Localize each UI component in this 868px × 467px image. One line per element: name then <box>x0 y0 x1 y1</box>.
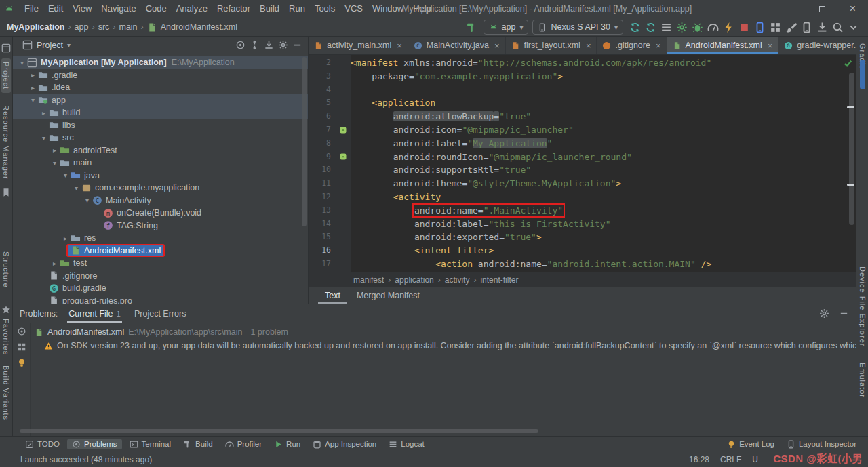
tree-item[interactable]: ▸res <box>13 232 308 245</box>
tree-item[interactable]: ▸test <box>13 257 308 270</box>
tree-item[interactable]: ▾CMainActivity <box>13 195 308 207</box>
code-line[interactable]: 4 <box>309 83 856 97</box>
line-number[interactable]: 2 <box>309 56 336 70</box>
xml-breadcrumb-item[interactable]: intent-filter <box>480 275 518 285</box>
tree-item[interactable]: ▾MyApplication [My Application]E:\MyAppl… <box>13 56 308 69</box>
quickfix-icon[interactable] <box>17 358 26 367</box>
tool-strip-structure[interactable]: Structure <box>2 251 10 288</box>
line-number[interactable]: 17 <box>309 258 336 271</box>
line-number[interactable]: 9 <box>309 150 336 164</box>
line-number[interactable]: 5 <box>309 96 336 110</box>
tree-item[interactable]: ▸.idea <box>13 81 308 94</box>
group-by-icon[interactable] <box>17 342 26 352</box>
tree-toggle-icon[interactable]: ▾ <box>60 171 71 179</box>
tool-window-button-terminal[interactable]: Terminal <box>125 439 176 449</box>
chevron-down-icon[interactable]: ▾ <box>67 41 71 49</box>
line-number[interactable]: 7 <box>309 123 336 137</box>
line-number[interactable]: 4 <box>309 83 336 97</box>
breadcrumb-item[interactable]: MyApplication <box>7 22 64 32</box>
code-line[interactable]: 6 android:allowBackup="true" <box>309 110 856 123</box>
favorites-star-icon[interactable] <box>1 305 11 314</box>
tree-item[interactable]: ▾main <box>13 157 308 169</box>
menu-build[interactable]: Build <box>255 0 284 18</box>
avd-manager-icon[interactable] <box>801 22 812 33</box>
breadcrumb-item[interactable]: src <box>98 22 110 32</box>
tool-strip-resource-manager[interactable]: Resource Manager <box>2 105 10 180</box>
profiler-sessions-icon[interactable] <box>660 22 672 33</box>
tree-item[interactable]: ▸.gradle <box>13 69 308 82</box>
tool-window-button-build[interactable]: Build <box>178 439 218 449</box>
inspections-ok-icon[interactable] <box>843 58 853 68</box>
line-number[interactable]: 13 <box>309 204 336 218</box>
editor-tab[interactable]: AndroidManifest.xml× <box>667 37 779 54</box>
tree-item[interactable]: .gitignore <box>13 270 308 283</box>
caret-position[interactable]: 16:28 <box>689 455 709 464</box>
code-line[interactable]: 2<manifest xmlns:android="http://schemas… <box>309 56 856 70</box>
tool-strip-build-variants[interactable]: Build Variants <box>2 365 10 420</box>
editor-scrollbar[interactable] <box>849 73 854 225</box>
code-line[interactable]: 8 android:label="My Application" <box>309 137 856 150</box>
close-tab-icon[interactable]: × <box>397 41 402 51</box>
scrollbar-thumb[interactable] <box>860 60 865 89</box>
breadcrumb-item[interactable]: app <box>75 22 89 32</box>
tree-item[interactable]: ▾java <box>13 169 308 182</box>
tree-toggle-icon[interactable]: ▸ <box>28 71 38 79</box>
line-number[interactable]: 3 <box>309 70 336 83</box>
tool-window-button-todo[interactable]: TODO <box>20 439 64 449</box>
menu-edit[interactable]: Edit <box>43 0 68 18</box>
menu-refactor[interactable]: Refactor <box>212 0 255 18</box>
code-line[interactable]: 15 android:exported="true"> <box>309 230 856 244</box>
maximize-button[interactable] <box>807 0 837 18</box>
problems-warning-row[interactable]: On SDK version 23 and up, your app data … <box>35 339 856 352</box>
tree-toggle-icon[interactable]: ▸ <box>50 146 60 154</box>
stop-icon[interactable] <box>738 22 750 33</box>
autoscroll-icon[interactable] <box>17 327 26 336</box>
tree-toggle-icon[interactable]: ▸ <box>39 109 49 117</box>
expand-all-icon[interactable] <box>250 40 260 50</box>
xml-breadcrumb-item[interactable]: activity <box>445 275 470 285</box>
problems-tab[interactable]: Project Errors <box>133 304 187 323</box>
menu-code[interactable]: Code <box>141 0 172 18</box>
minimize-button[interactable] <box>776 0 807 18</box>
menu-vcs[interactable]: VCS <box>340 0 368 18</box>
resource-manager-icon[interactable] <box>785 22 797 33</box>
tree-toggle-icon[interactable]: ▸ <box>28 84 38 92</box>
tree-toggle-icon[interactable]: ▾ <box>82 197 92 204</box>
tool-window-button-profiler[interactable]: Profiler <box>220 439 267 449</box>
sdk-manager-icon[interactable] <box>816 22 828 33</box>
tool-strip-emulator[interactable]: Emulator <box>859 363 867 398</box>
line-separator[interactable]: CRLF <box>720 455 741 464</box>
code-line[interactable]: 7 android:icon="@mipmap/ic_launcher" <box>309 123 856 137</box>
run-configuration-select[interactable]: app ▾ <box>484 20 529 35</box>
menu-run[interactable]: Run <box>284 0 310 18</box>
xml-breadcrumb-item[interactable]: application <box>395 275 433 285</box>
sync-project-icon[interactable] <box>629 22 641 33</box>
view-tab-merged-manifest[interactable]: Merged Manifest <box>350 287 427 304</box>
tool-window-button-problems[interactable]: Problems <box>67 439 122 449</box>
locate-file-icon[interactable] <box>235 40 245 50</box>
hide-panel-icon[interactable] <box>292 40 302 50</box>
file-encoding[interactable]: U <box>752 455 758 464</box>
tree-item[interactable]: ▾src <box>13 131 308 144</box>
tool-window-button-event-log[interactable]: Event Log <box>722 439 779 449</box>
problems-file-row[interactable]: AndroidManifest.xml E:\MyApplication\app… <box>35 325 856 339</box>
tool-strip-device-file-explorer[interactable]: Device File Explorer <box>859 266 867 346</box>
tool-strip-favorites[interactable]: Favorites <box>2 319 10 355</box>
line-number[interactable]: 6 <box>309 110 336 123</box>
menu-view[interactable]: View <box>68 0 96 18</box>
line-number[interactable]: 11 <box>309 177 336 190</box>
line-number[interactable]: 16 <box>309 244 336 258</box>
close-tab-icon[interactable]: × <box>768 41 773 51</box>
debug-icon[interactable] <box>692 22 703 33</box>
apply-changes-icon[interactable] <box>723 22 734 33</box>
line-number[interactable]: 10 <box>309 163 336 177</box>
tree-item[interactable]: libs <box>13 119 308 132</box>
tree-item[interactable]: ▸build <box>13 106 308 119</box>
problems-tab[interactable]: Current File1 <box>67 304 122 323</box>
menu-navigate[interactable]: Navigate <box>96 0 140 18</box>
project-view-title[interactable]: Project <box>37 41 63 50</box>
code-line[interactable]: 3 package="com.example.myapplication"> <box>309 70 856 83</box>
tree-item[interactable]: ▾com.example.myapplication <box>13 182 308 195</box>
code-line[interactable]: 17 <action android:name="android.intent.… <box>309 258 856 271</box>
collapse-all-icon[interactable] <box>264 40 274 50</box>
